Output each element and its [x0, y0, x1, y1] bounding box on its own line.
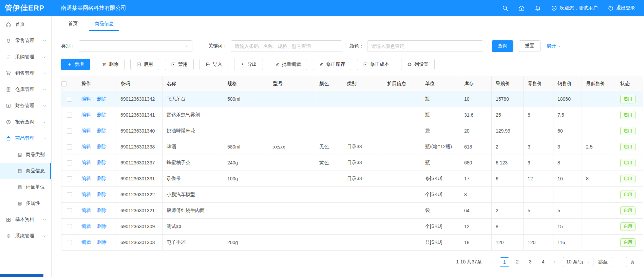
bag-icon	[6, 136, 11, 141]
sidebar-item-首页[interactable]: 首页	[0, 16, 51, 33]
logout-button[interactable]: 退出登录	[608, 5, 635, 11]
cell-ext	[383, 219, 421, 235]
修正库存-button[interactable]: 修正库存	[313, 59, 351, 70]
edit-link[interactable]: 编辑	[81, 160, 91, 165]
status-badge: 启用	[620, 238, 636, 247]
新增-button[interactable]: 新增	[61, 59, 90, 70]
prev-page-icon[interactable]	[491, 260, 495, 264]
row-select-cell	[61, 123, 77, 139]
page-size-select[interactable]: 10 条/页	[563, 257, 593, 267]
sidebar-item-计量单位[interactable]: 计量单位	[0, 179, 51, 195]
page-3-button[interactable]: 3	[526, 257, 535, 267]
cell-ext	[383, 123, 421, 139]
row-checkbox[interactable]	[67, 113, 72, 118]
expand-toggle[interactable]: 展开	[547, 43, 561, 49]
delete-link[interactable]: 删除	[97, 112, 107, 117]
row-select-cell	[61, 107, 77, 123]
delete-link[interactable]: 删除	[97, 239, 107, 245]
sidebar-item-多属性[interactable]: 多属性	[0, 195, 51, 212]
edit-link[interactable]: 编辑	[81, 128, 91, 133]
category-select[interactable]	[79, 40, 192, 52]
delete-link[interactable]: 删除	[97, 223, 107, 229]
page-1-button[interactable]: 1	[500, 257, 509, 267]
page-2-button[interactable]: 2	[513, 257, 522, 267]
row-checkbox[interactable]	[67, 208, 72, 213]
导出-button[interactable]: 导出	[234, 59, 263, 70]
tab-商品信息[interactable]: 商品信息	[89, 16, 119, 31]
导入-button[interactable]: 导入	[200, 59, 228, 70]
cell-color	[315, 171, 343, 187]
批量编辑-button[interactable]: 批量编辑	[269, 59, 307, 70]
delete-link[interactable]: 删除	[97, 128, 107, 133]
禁用-button[interactable]: 禁用	[165, 59, 194, 70]
reset-button[interactable]: 重置	[519, 40, 541, 52]
select-all-checkbox[interactable]	[61, 81, 67, 86]
edit-link[interactable]: 编辑	[81, 144, 91, 149]
sidebar-item-仓库管理[interactable]: 仓库管理	[0, 81, 51, 98]
x-square-icon	[171, 62, 176, 67]
row-checkbox[interactable]	[67, 97, 72, 102]
row-checkbox[interactable]	[67, 160, 72, 165]
action-divider: |	[93, 192, 95, 197]
delete-link[interactable]: 删除	[97, 176, 107, 181]
edit-link[interactable]: 编辑	[81, 207, 91, 213]
bell-icon[interactable]	[535, 5, 541, 11]
search-button[interactable]: 查询	[492, 40, 513, 52]
sidebar-item-报表查询[interactable]: 报表查询	[0, 114, 51, 130]
expand-label: 展开	[547, 43, 556, 49]
sidebar-item-系统管理[interactable]: 系统管理	[0, 228, 51, 244]
column-header-单位: 单位	[421, 76, 460, 91]
sidebar-item-销售管理[interactable]: 销售管理	[0, 65, 51, 81]
delete-link[interactable]: 删除	[97, 192, 107, 197]
edit-link[interactable]: 编辑	[81, 96, 91, 101]
color-input[interactable]	[367, 40, 483, 52]
edit-link[interactable]: 编辑	[81, 223, 91, 229]
sidebar-item-商品管理[interactable]: 商品管理	[0, 130, 51, 146]
column-header-扩展信息: 扩展信息	[383, 76, 421, 91]
bank-icon[interactable]	[518, 5, 525, 11]
sidebar-item-label: 计量单位	[26, 184, 45, 190]
search-icon[interactable]	[502, 5, 508, 11]
row-checkbox[interactable]	[67, 240, 72, 245]
page-4-button[interactable]: 4	[538, 257, 548, 267]
toolbar: 新增删除启用禁用导入导出批量编辑修正库存修正成本列设置	[61, 59, 644, 70]
edit-link[interactable]: 编辑	[81, 192, 91, 197]
sidebar-item-零售管理[interactable]: 零售管理	[0, 33, 51, 49]
table-row: 编辑|删除6901236301322小鹏汽车模型个[SKU]8启用	[61, 187, 643, 203]
row-checkbox[interactable]	[67, 176, 72, 181]
main-content: 首页商品信息 类别： 关键词： 颜色： 查询 重置 展开 新增删除启用禁用导入导…	[52, 16, 644, 277]
delete-link[interactable]: 删除	[97, 160, 107, 165]
列设置-button[interactable]: 列设置	[401, 59, 435, 70]
cell-sale: 60	[553, 123, 582, 139]
keyword-input[interactable]	[231, 40, 342, 52]
tab-首页[interactable]: 首页	[63, 16, 83, 31]
cell-status: 启用	[616, 171, 643, 187]
jump-page-input[interactable]	[611, 257, 627, 267]
user-menu[interactable]: 欢迎您，测试用户	[551, 5, 598, 11]
row-checkbox[interactable]	[67, 128, 72, 134]
edit-link[interactable]: 编辑	[81, 176, 91, 181]
sidebar-item-财务管理[interactable]: 财务管理	[0, 98, 51, 114]
edit-link[interactable]: 编辑	[81, 239, 91, 245]
sidebar-item-采购管理[interactable]: 采购管理	[0, 49, 51, 65]
delete-link[interactable]: 删除	[97, 96, 107, 101]
next-page-icon[interactable]	[553, 260, 557, 264]
delete-link[interactable]: 删除	[97, 144, 107, 149]
sidebar-item-商品类别[interactable]: 商品类别	[0, 146, 51, 163]
delete-link[interactable]: 删除	[97, 207, 107, 213]
cell-name: 小鹏汽车模型	[163, 187, 223, 203]
cell-retail: 5	[524, 203, 553, 219]
row-checkbox[interactable]	[67, 192, 72, 197]
row-checkbox[interactable]	[67, 224, 72, 229]
cell-min: 8	[582, 171, 616, 187]
row-checkbox[interactable]	[67, 144, 72, 150]
修正成本-button[interactable]: 修正成本	[357, 59, 395, 70]
启用-button[interactable]: 启用	[130, 59, 159, 70]
sidebar-item-商品信息[interactable]: 商品信息	[0, 163, 51, 179]
cell-model	[269, 107, 315, 123]
edit-link[interactable]: 编辑	[81, 112, 91, 117]
sidebar-item-基本资料[interactable]: 基本资料	[0, 212, 51, 228]
row-actions: 编辑|删除	[77, 187, 116, 203]
sidebar-collapse-bar[interactable]	[0, 274, 43, 277]
删除-button[interactable]: 删除	[96, 59, 125, 70]
